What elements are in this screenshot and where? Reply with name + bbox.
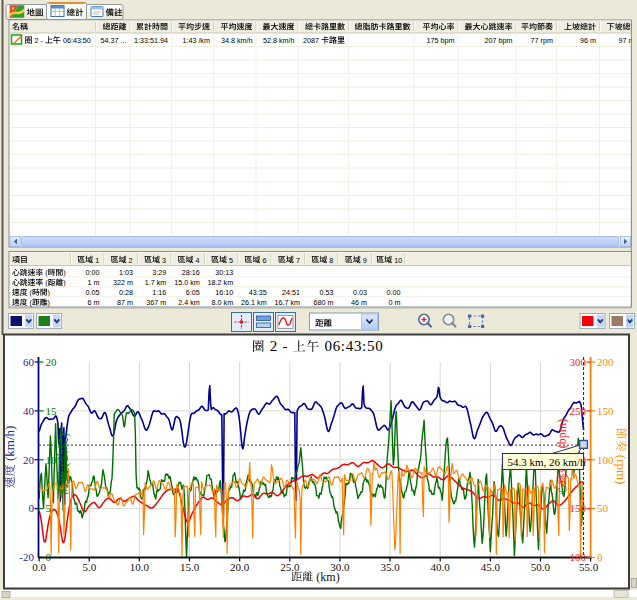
svg-text:50.0: 50.0: [531, 561, 551, 573]
svg-text:(bpm): (bpm): [555, 419, 569, 451]
svg-text:1:33:51.94: 1:33:51.94: [134, 36, 168, 45]
svg-text:24:51: 24:51: [282, 288, 300, 297]
svg-text:54.3 km, 26 km/h: 54.3 km, 26 km/h: [508, 456, 586, 468]
svg-text:322 m: 322 m: [113, 278, 133, 287]
svg-text:43:35: 43:35: [249, 288, 267, 297]
svg-text:46 m: 46 m: [351, 298, 367, 307]
svg-text:0: 0: [597, 551, 603, 563]
svg-text:3:29: 3:29: [152, 268, 166, 277]
svg-text:5.0: 5.0: [82, 561, 96, 573]
svg-text:100: 100: [570, 551, 587, 563]
svg-text:(: (: [28, 288, 33, 297]
svg-text:20: 20: [46, 356, 58, 368]
svg-text:2: 2: [127, 256, 133, 265]
svg-text:100: 100: [597, 454, 614, 466]
svg-text:8: 8: [327, 256, 333, 265]
svg-text:60: 60: [23, 356, 35, 368]
svg-text:25.0: 25.0: [280, 561, 300, 573]
svg-text:207 bpm: 207 bpm: [485, 36, 513, 45]
svg-text:5: 5: [227, 256, 233, 265]
svg-text:8.0 km: 8.0 km: [212, 298, 234, 307]
svg-text:10.0: 10.0: [130, 561, 150, 573]
svg-text:(: (: [28, 298, 33, 307]
svg-text:40.0: 40.0: [431, 561, 451, 573]
svg-text:9: 9: [361, 256, 367, 265]
svg-text:(: (: [43, 278, 48, 287]
svg-text:06:43:50: 06:43:50: [61, 36, 91, 45]
svg-text:175 bpm: 175 bpm: [427, 36, 455, 45]
svg-text:0.0: 0.0: [32, 561, 46, 573]
svg-text:5: 5: [46, 502, 52, 514]
svg-text:20: 20: [23, 454, 35, 466]
svg-text:(km/h): (km/h): [2, 426, 17, 465]
svg-text:10: 10: [392, 256, 402, 265]
svg-text:18.2 km: 18.2 km: [208, 278, 234, 287]
svg-text:): ): [48, 288, 50, 297]
svg-text:6: 6: [260, 256, 266, 265]
svg-text:): ): [48, 298, 50, 307]
svg-text:0.00: 0.00: [387, 288, 401, 297]
svg-text:0: 0: [29, 502, 35, 514]
svg-text:6:05: 6:05: [186, 288, 200, 297]
svg-text:1:16: 1:16: [152, 288, 166, 297]
svg-text:(: (: [56, 462, 71, 470]
svg-text:367 m: 367 m: [146, 298, 166, 307]
svg-text:2087: 2087: [303, 36, 321, 45]
svg-text:0:28: 0:28: [119, 288, 133, 297]
svg-text:3: 3: [160, 256, 166, 265]
svg-text:200: 200: [597, 356, 614, 368]
svg-text:0 m: 0 m: [389, 298, 401, 307]
svg-text:1: 1: [93, 256, 99, 265]
svg-text:1 m: 1 m: [87, 278, 99, 287]
svg-text:): ): [63, 268, 65, 277]
svg-text:16:10: 16:10: [215, 288, 233, 297]
svg-text:1:03: 1:03: [119, 268, 133, 277]
svg-text:45.0: 45.0: [481, 561, 501, 573]
svg-text:6 m: 6 m: [87, 298, 99, 307]
svg-text:0.53: 0.53: [320, 288, 334, 297]
svg-text:): ): [56, 433, 71, 438]
svg-text:52.8 km/h: 52.8 km/h: [263, 36, 295, 45]
svg-text:(rpm): (rpm): [614, 452, 629, 485]
svg-text:20.0: 20.0: [230, 561, 250, 573]
svg-text:2 -: 2 -: [33, 36, 45, 45]
svg-text:150: 150: [597, 405, 614, 417]
svg-text:40: 40: [23, 405, 35, 417]
svg-text:06:43:50: 06:43:50: [320, 338, 383, 354]
svg-text:15.0: 15.0: [180, 561, 200, 573]
svg-text:30:13: 30:13: [215, 268, 233, 277]
svg-text:1.7 km: 1.7 km: [145, 278, 167, 287]
svg-text:1:43 /km: 1:43 /km: [182, 36, 210, 45]
svg-text:(: (: [43, 268, 48, 277]
svg-text:2 -: 2 -: [265, 338, 292, 354]
svg-text:300: 300: [570, 356, 587, 368]
svg-text:): ): [63, 278, 65, 287]
svg-text:34.8 km/h: 34.8 km/h: [221, 36, 253, 45]
svg-text:0.03: 0.03: [353, 288, 367, 297]
svg-text:50: 50: [597, 502, 609, 514]
svg-text:0:00: 0:00: [85, 268, 99, 277]
svg-text:15: 15: [46, 405, 58, 417]
svg-text:680 m: 680 m: [314, 298, 334, 307]
svg-text:15.0 km: 15.0 km: [174, 278, 200, 287]
svg-text:4: 4: [194, 256, 200, 265]
svg-text:54.37 ...: 54.37 ...: [101, 36, 127, 45]
svg-text:7: 7: [294, 256, 300, 265]
svg-text:77 rpm: 77 rpm: [531, 36, 553, 45]
svg-text:150: 150: [570, 502, 587, 514]
svg-text:87 m: 87 m: [117, 298, 133, 307]
svg-text:(km): (km): [313, 570, 339, 584]
svg-text:16.7 km: 16.7 km: [275, 298, 301, 307]
svg-text:250: 250: [570, 405, 587, 417]
svg-text:2.4 km: 2.4 km: [178, 298, 200, 307]
svg-text:0.05: 0.05: [85, 288, 99, 297]
svg-text:96 m: 96 m: [580, 36, 596, 45]
svg-text:26.1 km: 26.1 km: [241, 298, 267, 307]
svg-text:35.0: 35.0: [380, 561, 400, 573]
svg-text:28:16: 28:16: [182, 268, 200, 277]
